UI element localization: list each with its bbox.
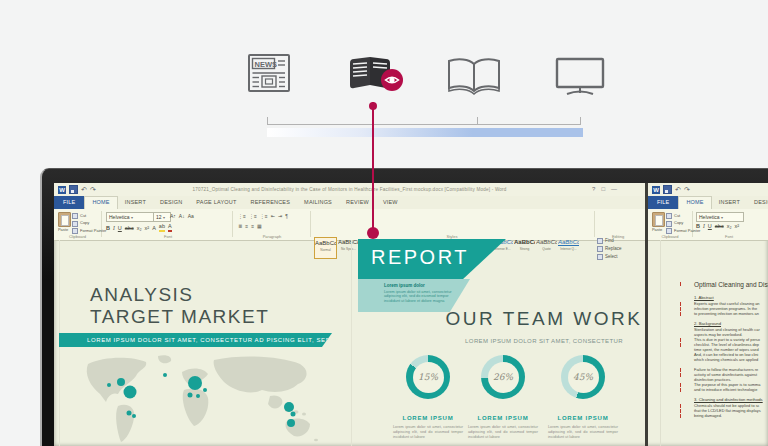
- font-button[interactable]: A: [168, 223, 172, 232]
- paragraph-button[interactable]: ¶: [285, 213, 288, 220]
- help-icon[interactable]: ?: [592, 186, 595, 192]
- style-name: Quote: [536, 247, 557, 251]
- undo-icon[interactable]: ↶: [675, 185, 681, 194]
- style-sample: AaBbCc: [514, 238, 535, 247]
- font-button[interactable]: x²: [145, 225, 150, 232]
- map-dot: [203, 388, 207, 392]
- word-app-icon: W: [652, 186, 660, 194]
- command-icon: [597, 254, 603, 260]
- document-line: which cleaning chemicals are applied: [694, 357, 768, 362]
- font-button[interactable]: Aa: [188, 213, 194, 220]
- donut-hole: 26%: [488, 362, 519, 393]
- titlebar[interactable]: W ↶ ↷: [648, 183, 768, 196]
- paragraph-button[interactable]: ⋮≡: [249, 213, 257, 220]
- ribbon-tab[interactable]: PAGE LAYOUT: [189, 196, 243, 209]
- font-button[interactable]: U: [708, 223, 712, 230]
- font-button[interactable]: I: [113, 225, 115, 232]
- slider-tick-left: [267, 117, 268, 125]
- donut-chart: 45% LOREM IPSUM Lorem ipsum dolor sit am…: [548, 355, 618, 440]
- command-icon: [597, 246, 603, 252]
- lorem-box-lines: Lorem ipsum dolor sit amet, consectetura…: [384, 290, 470, 304]
- paragraph-button[interactable]: ≣: [238, 223, 242, 230]
- slider-tick-middle: [477, 117, 478, 125]
- map-dot: [117, 378, 125, 386]
- font-button[interactable]: B: [696, 223, 700, 230]
- font-buttons-row1: A↑A↓Aa: [170, 213, 194, 220]
- style-sample: AaBbCc: [338, 238, 359, 247]
- donut-chart: 26% LOREM IPSUM Lorem ipsum dolor sit am…: [468, 355, 538, 440]
- minimize-icon[interactable]: —: [611, 186, 617, 192]
- paste-button[interactable]: [58, 212, 71, 227]
- ribbon-tab[interactable]: FILE: [648, 196, 678, 209]
- open-book-icon[interactable]: [446, 57, 502, 95]
- paragraph-button[interactable]: ⋮≡: [238, 213, 246, 220]
- clipboard-commands: CutCopyFormat Painter: [72, 213, 106, 234]
- monitor-mode-icon[interactable]: [554, 56, 606, 96]
- editing-commands: FindReplaceSelect: [597, 238, 622, 260]
- font-button[interactable]: A: [152, 225, 156, 232]
- newspaper-icon[interactable]: NEWS: [247, 53, 291, 95]
- clipboard-command[interactable]: Cut: [72, 213, 106, 219]
- paragraph-button[interactable]: ⇥: [278, 213, 282, 220]
- style-name: Intense Q...: [558, 247, 579, 251]
- font-button[interactable]: A↑: [170, 213, 176, 220]
- ribbon-tab[interactable]: FILE: [54, 196, 84, 209]
- paragraph-button[interactable]: ▦: [257, 223, 262, 230]
- style-item[interactable]: AaBbCc Quote: [536, 237, 557, 259]
- redo-icon[interactable]: ↷: [684, 185, 690, 194]
- monitor-screen: W ↶ ↷ 170721_Optimal Cleaning and Disinf…: [54, 183, 768, 446]
- style-item[interactable]: AaBbCc Strong: [514, 237, 535, 259]
- ribbon-tab[interactable]: INSERT: [712, 196, 747, 209]
- font-button[interactable]: B: [106, 225, 110, 232]
- style-item[interactable]: AaBbCc Normal: [314, 237, 337, 259]
- quick-access-toolbar[interactable]: W ↶ ↷: [652, 185, 690, 194]
- map-dot: [188, 376, 202, 390]
- ribbon-tab[interactable]: HOME: [84, 196, 117, 209]
- font-button[interactable]: I: [703, 223, 705, 230]
- font-button[interactable]: x²: [735, 223, 740, 230]
- font-button[interactable]: x₂: [727, 223, 732, 230]
- editing-command[interactable]: Select: [597, 254, 622, 260]
- paragraph-button[interactable]: ⋮≡: [260, 213, 268, 220]
- paragraph-button[interactable]: ≡: [245, 223, 248, 230]
- font-button[interactable]: abc: [125, 225, 134, 232]
- editing-command[interactable]: Replace: [597, 246, 622, 252]
- ribbon-options-icon[interactable]: □: [601, 186, 605, 192]
- ribbon-tab[interactable]: REFERENCES: [244, 196, 298, 209]
- ribbon-tab[interactable]: REVIEW: [339, 196, 376, 209]
- blue-light-gradient-bar[interactable]: [267, 128, 583, 137]
- command-icon: [72, 221, 78, 227]
- ribbon-tab[interactable]: VIEW: [376, 196, 405, 209]
- report-banner: REPORT: [358, 239, 506, 279]
- font-button[interactable]: A↓: [179, 213, 185, 220]
- team-subtitle: LOREM IPSUM DOLOR SIT AMET, CONSECTETUR: [394, 338, 645, 344]
- ribbon-tab[interactable]: INSERT: [118, 196, 153, 209]
- map-dot: [124, 386, 137, 399]
- dropdown-icon: ▾: [131, 215, 133, 220]
- ribbon-tab[interactable]: DESIGN: [747, 196, 768, 209]
- style-item[interactable]: AaBbCc Intense Q...: [558, 237, 579, 259]
- font-button[interactable]: abc: [715, 223, 724, 230]
- ribbon-tab[interactable]: DESIGN: [153, 196, 189, 209]
- titlebar[interactable]: W ↶ ↷ 170721_Optimal Cleaning and Disinf…: [54, 183, 645, 196]
- paragraph-button[interactable]: ⇤: [271, 213, 275, 220]
- font-name-select[interactable]: Helvetica ▾: [696, 212, 744, 222]
- font-button[interactable]: ab: [159, 223, 165, 232]
- font-size-select[interactable]: 12 ▾: [153, 212, 171, 222]
- reading-mode-book-icon[interactable]: [345, 55, 407, 97]
- pointer-dot-small: [369, 102, 377, 110]
- style-item[interactable]: AaBbCc No Spac...: [338, 237, 359, 259]
- ribbon-tab[interactable]: HOME: [678, 196, 711, 209]
- font-button[interactable]: x₂: [137, 225, 142, 232]
- mode-slider-rail[interactable]: [267, 124, 580, 125]
- font-name-select[interactable]: Helvetica ▾: [106, 212, 156, 222]
- heading-analysis: ANALYSIS: [90, 284, 269, 306]
- paste-button[interactable]: [652, 212, 665, 227]
- ribbon-tab[interactable]: MAILINGS: [297, 196, 339, 209]
- clipboard-command[interactable]: Copy: [72, 221, 106, 227]
- document-line: and to introduce efficient technologie: [694, 387, 768, 392]
- paragraph-button[interactable]: ≡: [251, 223, 254, 230]
- save-icon[interactable]: [663, 185, 672, 194]
- style-sample: AaBbCc: [536, 238, 557, 247]
- font-button[interactable]: U: [118, 225, 122, 232]
